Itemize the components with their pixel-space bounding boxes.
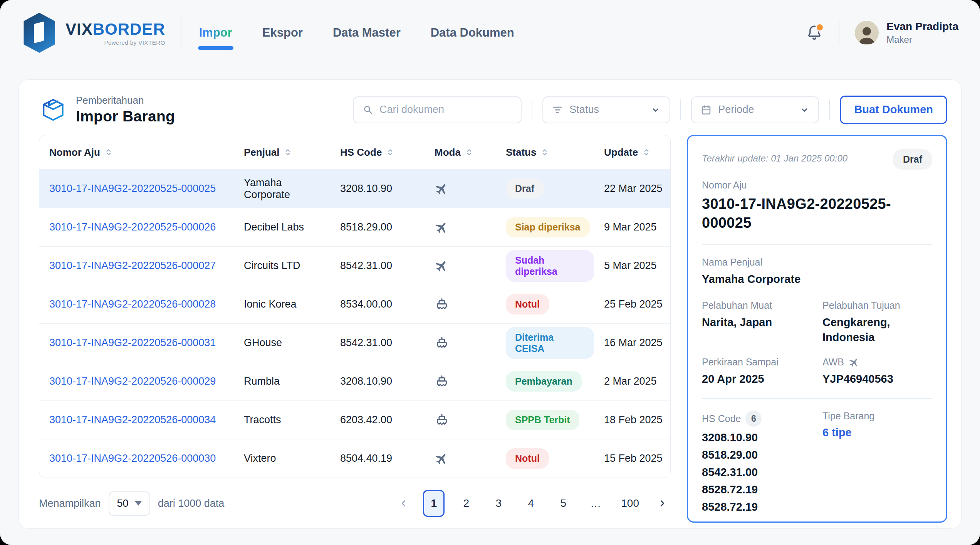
- page-button-100[interactable]: 100: [617, 490, 643, 517]
- status-cell: Pembayaran: [496, 371, 594, 392]
- penjual-cell: Decibel Labs: [234, 221, 330, 233]
- brand-logo: VIXBORDER Powered by VIXTERO: [22, 13, 165, 53]
- detail-panel: Terakhir update: 01 Jan 2025 00:00 Draf …: [687, 135, 947, 523]
- hs-code-cell: 8518.29.00: [330, 221, 425, 233]
- penjual-cell: Vixtero: [234, 452, 330, 464]
- page-ellipsis: …: [585, 490, 606, 517]
- nomor-aju-link[interactable]: 3010-17-INA9G2-20220525-000025: [39, 183, 234, 195]
- column-header-nomor-aju[interactable]: Nomor Aju: [39, 146, 234, 158]
- ship-icon: [435, 336, 449, 350]
- penjual-cell: Ionic Korea: [234, 298, 330, 310]
- table-row[interactable]: 3010-17-INA9G2-20220526-000034Tracotts62…: [39, 400, 670, 439]
- total-label: dari 1000 data: [158, 498, 225, 510]
- nomor-aju-link[interactable]: 3010-17-INA9G2-20220526-000031: [39, 337, 234, 349]
- hs-code-list: 3208.10.908518.29.008542.31.008528.72.19…: [702, 431, 812, 513]
- nomor-aju-link[interactable]: 3010-17-INA9G2-20220525-000026: [39, 221, 234, 233]
- status-cell: Notul: [496, 294, 594, 315]
- nomor-aju-link[interactable]: 3010-17-INA9G2-20220526-000034: [39, 414, 234, 426]
- next-page-button[interactable]: [654, 490, 671, 517]
- nama-penjual-value: Yamaha Corporate: [702, 272, 932, 287]
- nav-item-data-master[interactable]: Data Master: [332, 19, 401, 47]
- plane-icon: [435, 452, 448, 466]
- column-header-penjual[interactable]: Penjual: [234, 146, 330, 158]
- penjual-cell: GHouse: [234, 337, 330, 349]
- column-header-hs-code[interactable]: HS Code: [330, 146, 425, 158]
- plane-icon: [435, 259, 448, 273]
- page-button-2[interactable]: 2: [455, 490, 477, 517]
- periode-filter-label: Periode: [718, 104, 793, 116]
- search-box[interactable]: [353, 96, 522, 123]
- nomor-aju-link[interactable]: 3010-17-INA9G2-20220526-000028: [39, 298, 234, 310]
- prev-page-button[interactable]: [395, 490, 412, 517]
- table-row[interactable]: 3010-17-INA9G2-20220525-000025Yamaha Cor…: [39, 169, 670, 208]
- hs-code-cell: 8542.31.00: [330, 337, 425, 349]
- moda-cell: [425, 413, 496, 427]
- nav-item-impor[interactable]: Impor: [198, 19, 233, 47]
- page-button-5[interactable]: 5: [552, 490, 574, 517]
- table-row[interactable]: 3010-17-INA9G2-20220525-000026Decibel La…: [39, 208, 670, 246]
- nav-item-ekspor[interactable]: Ekspor: [262, 19, 304, 47]
- search-input[interactable]: [379, 104, 512, 116]
- nama-penjual-label: Nama Penjual: [702, 257, 932, 268]
- hs-code-cell: 3208.10.90: [330, 183, 425, 195]
- hs-code-item: 8542.31.00: [702, 466, 812, 479]
- page-button-3[interactable]: 3: [488, 490, 509, 517]
- column-header-update[interactable]: Update: [594, 146, 670, 158]
- status-filter[interactable]: Status: [542, 96, 670, 123]
- nomor-aju-value: 3010-17-INA9G2-20220525-000025: [702, 195, 932, 233]
- hs-code-cell: 3208.10.90: [330, 375, 425, 387]
- sort-icon: [386, 148, 394, 157]
- avatar[interactable]: [855, 21, 879, 45]
- nomor-aju-link[interactable]: 3010-17-INA9G2-20220526-000029: [39, 375, 234, 387]
- column-header-status[interactable]: Status: [496, 146, 594, 158]
- table-row[interactable]: 3010-17-INA9G2-20220526-000028Ionic Kore…: [39, 285, 670, 323]
- nomor-aju-link[interactable]: 3010-17-INA9G2-20220526-000030: [39, 452, 234, 464]
- status-filter-label: Status: [569, 104, 644, 116]
- penjual-cell: Yamaha Corporate: [234, 177, 330, 201]
- nav-item-data-dokumen[interactable]: Data Dokumen: [430, 19, 515, 47]
- status-cell: SPPB Terbit: [496, 410, 594, 430]
- status-badge: Diterima CEISA: [506, 327, 594, 359]
- nomor-aju-link[interactable]: 3010-17-INA9G2-20220526-000027: [39, 260, 234, 272]
- moda-cell: [425, 336, 496, 350]
- table-row[interactable]: 3010-17-INA9G2-20220526-000031GHouse8542…: [39, 323, 670, 362]
- status-cell: Siap diperiksa: [496, 217, 594, 237]
- hs-code-cell: 8534.00.00: [330, 298, 425, 310]
- table-row[interactable]: 3010-17-INA9G2-20220526-000029Rumbla3208…: [39, 362, 670, 400]
- table-header-row: Nomor AjuPenjualHS CodeModaStatusUpdate: [39, 135, 670, 169]
- notifications-button[interactable]: [805, 24, 823, 42]
- brand-tagline: Powered by VIXTERO: [65, 39, 165, 46]
- table-body: 3010-17-INA9G2-20220525-000025Yamaha Cor…: [39, 169, 670, 478]
- page-title-block: Pemberitahuan Impor Barang: [39, 94, 175, 125]
- column-header-moda[interactable]: Moda: [425, 146, 496, 158]
- table-row[interactable]: 3010-17-INA9G2-20220526-000027Circuits L…: [39, 246, 670, 285]
- calendar-icon: [700, 104, 712, 116]
- periode-filter[interactable]: Periode: [691, 96, 819, 123]
- page-button-1[interactable]: 1: [423, 490, 445, 517]
- create-document-button[interactable]: Buat Dokumen: [840, 96, 947, 124]
- table-row[interactable]: 3010-17-INA9G2-20220526-000030Vixtero850…: [39, 439, 670, 478]
- awb-value: YJP46940563: [822, 372, 932, 387]
- chevron-down-icon: [650, 104, 661, 115]
- moda-cell: [425, 182, 496, 196]
- person-icon: [855, 22, 879, 45]
- plane-icon: [435, 220, 448, 234]
- prev-icon: [399, 498, 409, 508]
- sort-icon: [541, 148, 549, 157]
- status-cell: Diterima CEISA: [496, 327, 594, 359]
- tipe-barang-label: Tipe Barang: [822, 410, 932, 422]
- status-badge: Pembayaran: [506, 371, 582, 392]
- status-badge: Sudah diperiksa: [506, 250, 594, 282]
- page-button-4[interactable]: 4: [520, 490, 542, 517]
- app-window: VIXBORDER Powered by VIXTERO ImporEkspor…: [0, 0, 980, 545]
- search-icon: [363, 104, 373, 116]
- detail-status-badge: Draf: [893, 149, 932, 170]
- sort-icon: [465, 148, 473, 157]
- page-size-value: 50: [117, 498, 129, 510]
- tipe-barang-link[interactable]: 6 tipe: [822, 426, 932, 439]
- page-size-select[interactable]: 50: [109, 491, 150, 516]
- hs-code-item: 8528.72.19: [702, 483, 812, 496]
- hs-code-cell: 8504.40.19: [330, 452, 425, 464]
- header-divider-2: [839, 21, 839, 45]
- pelabuhan-tujuan-value: Cengkareng, Indonesia: [822, 315, 932, 345]
